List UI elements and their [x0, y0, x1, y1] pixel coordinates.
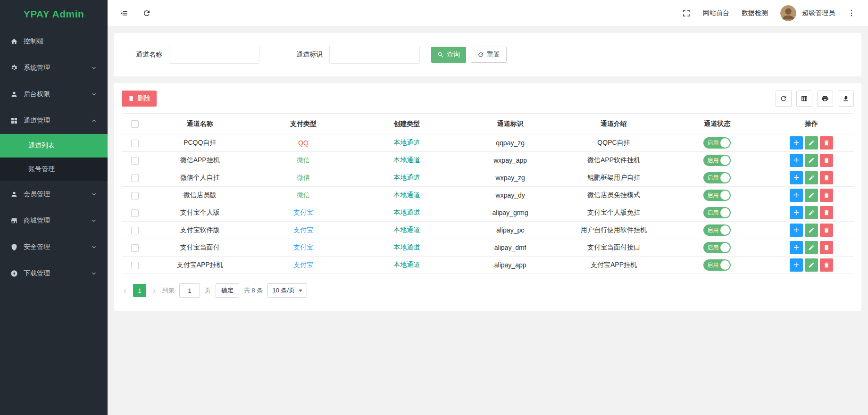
- status-toggle[interactable]: 启用: [703, 259, 731, 271]
- sidebar-item-permission[interactable]: 后台权限: [0, 81, 108, 108]
- export-button[interactable]: [838, 91, 854, 107]
- row-checkbox[interactable]: [131, 157, 139, 165]
- move-row-button[interactable]: [790, 136, 803, 149]
- column-header: 操作: [769, 114, 854, 134]
- sidebar-item-download[interactable]: 下载管理: [0, 260, 108, 287]
- edit-row-button[interactable]: [805, 154, 818, 167]
- goto-page-input[interactable]: [179, 283, 200, 298]
- username[interactable]: 超级管理员: [802, 9, 835, 17]
- sidebar-item-mall[interactable]: 商城管理: [0, 208, 108, 234]
- edit-row-button[interactable]: [805, 224, 818, 237]
- channel-code-input[interactable]: [329, 46, 420, 64]
- channel-name-input[interactable]: [169, 46, 259, 64]
- channel-code-field: 通道标识: [296, 46, 420, 64]
- delete-row-button[interactable]: [820, 206, 833, 219]
- edit-row-button[interactable]: [805, 258, 818, 272]
- confirm-page-button[interactable]: 确定: [216, 283, 239, 298]
- prev-page-button[interactable]: ‹: [122, 286, 128, 295]
- edit-row-button[interactable]: [805, 136, 818, 149]
- sidebar-item-channel[interactable]: 通道管理: [0, 108, 108, 134]
- delete-row-button[interactable]: [820, 241, 833, 254]
- user-icon: [10, 191, 18, 198]
- avatar[interactable]: [780, 5, 796, 21]
- link-site-front[interactable]: 网站前台: [703, 9, 729, 17]
- status-toggle[interactable]: 启用: [703, 224, 731, 236]
- trash-icon: [128, 95, 134, 102]
- chevron-down-icon: [91, 65, 97, 71]
- move-row-button[interactable]: [790, 258, 803, 272]
- table-row: 微信店员版微信本地通道wxpay_dy微信店员免挂模式启用: [122, 187, 854, 204]
- cell-pay-type: 支付宝: [251, 222, 355, 239]
- topbar: 网站前台 数据检测 超级管理员: [108, 0, 868, 26]
- cell-channel-desc: 支付宝APP挂机: [562, 257, 665, 274]
- reset-button[interactable]: 重置: [471, 47, 507, 63]
- sidebar-subitem-channel-list[interactable]: 通道列表: [0, 134, 108, 158]
- row-checkbox[interactable]: [131, 262, 139, 269]
- delete-row-button[interactable]: [820, 258, 833, 272]
- status-toggle[interactable]: 启用: [703, 172, 731, 183]
- row-checkbox[interactable]: [131, 174, 139, 182]
- cell-create-type: 本地通道: [355, 152, 459, 169]
- more-menu-icon[interactable]: [847, 9, 856, 17]
- select-all-checkbox[interactable]: [131, 120, 139, 128]
- delete-row-button[interactable]: [820, 189, 833, 202]
- cell-create-type: 本地通道: [355, 134, 459, 152]
- status-toggle[interactable]: 启用: [703, 242, 731, 253]
- move-row-button[interactable]: [790, 241, 803, 254]
- delete-selected-button[interactable]: 删除: [122, 91, 157, 107]
- row-checkbox[interactable]: [131, 140, 139, 147]
- status-toggle[interactable]: 启用: [703, 155, 731, 166]
- home-icon: [10, 38, 18, 45]
- move-row-button[interactable]: [790, 154, 803, 167]
- edit-row-button[interactable]: [805, 189, 818, 202]
- cell-channel-code: alipay_grmg: [459, 204, 562, 222]
- delete-row-button[interactable]: [820, 224, 833, 237]
- sidebar-item-system[interactable]: 系统管理: [0, 55, 108, 81]
- cell-pay-type: 支付宝: [251, 239, 355, 257]
- page-size-select[interactable]: 10 条/页: [267, 283, 307, 298]
- row-checkbox[interactable]: [131, 209, 139, 217]
- print-button[interactable]: [817, 91, 833, 107]
- sidebar-item-security[interactable]: 安全管理: [0, 234, 108, 260]
- next-page-button[interactable]: ›: [151, 286, 158, 295]
- delete-row-button[interactable]: [820, 154, 833, 167]
- toggle-knob: [720, 138, 730, 148]
- search-button[interactable]: 查询: [431, 47, 466, 63]
- row-checkbox[interactable]: [131, 227, 139, 234]
- collapse-sidebar-icon[interactable]: [120, 9, 128, 17]
- row-checkbox[interactable]: [131, 192, 139, 199]
- status-label: 启用: [707, 139, 718, 147]
- refresh-table-button[interactable]: [776, 91, 792, 107]
- delete-row-button[interactable]: [820, 136, 833, 149]
- total-count: 共 8 条: [244, 286, 263, 295]
- cell-channel-code: qqpay_zg: [459, 134, 562, 152]
- sidebar-subitem-account[interactable]: 账号管理: [0, 158, 108, 181]
- status-toggle[interactable]: 启用: [703, 190, 731, 201]
- status-toggle[interactable]: 启用: [703, 207, 731, 218]
- move-row-button[interactable]: [790, 189, 803, 202]
- edit-row-button[interactable]: [805, 206, 818, 219]
- move-row-button[interactable]: [790, 224, 803, 237]
- channel-name-label: 通道名称: [136, 50, 162, 59]
- link-data-check[interactable]: 数据检测: [742, 9, 768, 17]
- cell-channel-code: alipay_pc: [459, 222, 562, 239]
- current-page[interactable]: 1: [133, 284, 146, 297]
- delete-row-button[interactable]: [820, 171, 833, 184]
- refresh-page-icon[interactable]: [142, 9, 151, 17]
- fullscreen-icon[interactable]: [682, 9, 691, 17]
- cell-create-type: 本地通道: [355, 169, 459, 187]
- edit-row-button[interactable]: [805, 241, 818, 254]
- status-toggle[interactable]: 启用: [703, 137, 731, 149]
- sidebar-item-label: 通道管理: [24, 116, 50, 125]
- cell-channel-desc: 支付宝个人版免挂: [562, 204, 665, 222]
- move-row-button[interactable]: [790, 206, 803, 219]
- table-row: 支付宝当面付支付宝本地通道alipay_dmf支付宝当面付接口启用: [122, 239, 854, 257]
- sidebar-item-control[interactable]: 控制端: [0, 28, 108, 55]
- move-row-button[interactable]: [790, 171, 803, 184]
- print-icon: [821, 95, 829, 102]
- chevron-up-icon: [91, 117, 97, 124]
- row-checkbox[interactable]: [131, 244, 139, 252]
- edit-row-button[interactable]: [805, 171, 818, 184]
- sidebar-item-member[interactable]: 会员管理: [0, 181, 108, 208]
- filter-columns-button[interactable]: [796, 91, 812, 107]
